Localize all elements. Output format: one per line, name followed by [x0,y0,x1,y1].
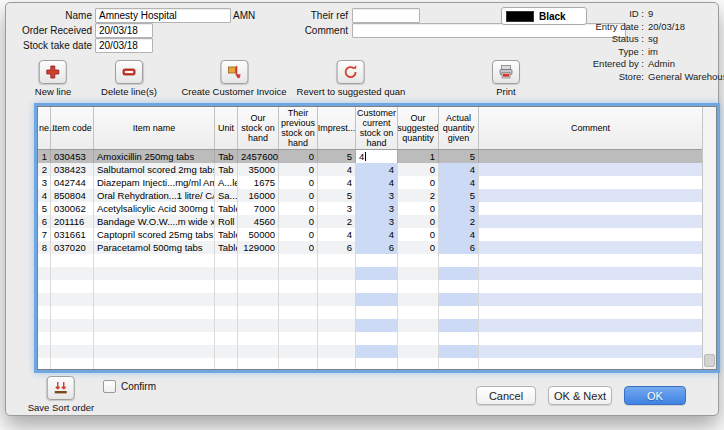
confirm-checkbox-group[interactable]: Confirm [103,380,156,393]
cell-customer-current-stock[interactable] [356,358,398,369]
their-ref-input[interactable] [352,8,420,23]
table-row[interactable]: 5030062Acetylsalicylic Acid 300mg tabsTa… [38,202,703,215]
cell-comment[interactable] [479,150,703,163]
table-row[interactable]: 2038423Salbutamol scored 2mg tabsTab3500… [38,163,703,176]
cell-customer-current-stock[interactable]: 6 [356,241,398,254]
col-header-unit[interactable]: Unit [215,107,238,149]
col-header-item-name[interactable]: Item name [94,107,215,149]
cell-customer-current-stock[interactable] [356,319,398,332]
cell-actual-quantity-given[interactable] [439,306,479,319]
order-received-input[interactable] [95,23,153,38]
cell-actual-quantity-given[interactable]: 4 [439,228,479,241]
cell-actual-quantity-given[interactable] [439,280,479,293]
cancel-button[interactable]: Cancel [476,386,536,405]
cell-customer-current-stock[interactable] [356,345,398,358]
col-header-customer-current-stock[interactable]: Customer current stock on hand [356,107,398,149]
cell-customer-current-stock[interactable]: 4 [356,228,398,241]
cell-comment[interactable] [479,267,703,280]
vertical-scrollbar[interactable] [702,107,716,369]
col-header-their-previous-stock[interactable]: Their previous stock on hand [279,107,318,149]
delete-lines-button[interactable]: Delete line(s) [101,60,157,97]
name-input[interactable] [95,8,231,23]
cell-comment[interactable] [479,176,703,189]
cell-comment[interactable] [479,254,703,267]
cell-comment[interactable] [479,163,703,176]
table-row[interactable]: 3042744Diazepam Injecti...mg/ml Amp/2mlA… [38,176,703,189]
cell-actual-quantity-given[interactable] [439,358,479,369]
cell-line: 5 [38,202,51,215]
table-row[interactable]: 1030453Amoxicillin 250mg tabsTab24576000… [38,150,703,163]
col-header-our-stock-on-hand[interactable]: Our stock on hand [238,107,279,149]
cell-comment[interactable] [479,345,703,358]
store-label: Store: [526,71,644,82]
col-header-actual-quantity-given[interactable]: Actual quantity given [439,107,479,149]
print-button[interactable]: Print [492,60,520,97]
ok-next-button[interactable]: OK & Next [548,386,612,405]
cell-actual-quantity-given[interactable] [439,254,479,267]
type-label: Type : [526,46,644,57]
cell-actual-quantity-given[interactable]: 3 [439,202,479,215]
cell-our-stock-on-hand [238,358,279,369]
cell-customer-current-stock[interactable]: 3 [356,189,398,202]
cell-comment[interactable] [479,241,703,254]
cell-actual-quantity-given[interactable] [439,293,479,306]
cell-customer-current-stock[interactable]: 4 [356,176,398,189]
confirm-checkbox[interactable] [103,380,116,393]
col-header-item-code[interactable]: Item code [51,107,94,149]
col-header-imprest[interactable]: Imprest... [318,107,356,149]
cell-customer-current-stock[interactable] [356,280,398,293]
cell-their-previous-stock: 0 [279,176,318,189]
new-line-button[interactable]: New line [35,60,71,97]
cell-comment[interactable] [479,306,703,319]
cell-unit: Roll [215,215,238,228]
cell-customer-current-stock[interactable] [356,332,398,345]
cell-customer-current-stock[interactable] [356,293,398,306]
cell-customer-current-stock[interactable]: 3 [356,215,398,228]
ok-button[interactable]: OK [624,386,686,405]
save-sort-order-button[interactable]: Save Sort order [28,376,95,413]
cell-comment[interactable] [479,280,703,293]
cell-item-name: Diazepam Injecti...mg/ml Amp/2ml [94,176,215,189]
cell-actual-quantity-given[interactable] [439,267,479,280]
revert-to-suggested-button[interactable]: Revert to suggested quan [297,60,406,97]
cell-actual-quantity-given[interactable]: 4 [439,176,479,189]
table-row[interactable]: 7031661Captopril scored 25mg tabsTablet5… [38,228,703,241]
cell-comment[interactable] [479,189,703,202]
cell-item-code [51,306,94,319]
cell-actual-quantity-given[interactable] [439,319,479,332]
cell-line [38,358,51,369]
cell-customer-current-stock[interactable] [356,254,398,267]
cell-actual-quantity-given[interactable]: 5 [439,150,479,163]
cell-comment[interactable] [479,358,703,369]
cell-comment[interactable] [479,202,703,215]
cell-actual-quantity-given[interactable]: 2 [439,215,479,228]
cell-comment[interactable] [479,215,703,228]
cell-customer-current-stock[interactable]: 3 [356,202,398,215]
table-row[interactable]: 4850804Oral Rehydration...1 litre/ CAR-1… [38,189,703,202]
cell-customer-current-stock[interactable]: 4 [356,150,398,163]
cell-customer-current-stock[interactable] [356,267,398,280]
cell-item-code [51,280,94,293]
cell-actual-quantity-given[interactable] [439,332,479,345]
cell-customer-current-stock[interactable]: 4 [356,163,398,176]
scrollbar-thumb[interactable] [704,354,715,367]
col-header-line[interactable]: ne... [38,107,51,149]
cell-line: 7 [38,228,51,241]
table-row[interactable]: 8037020Paracetamol 500mg tabsTablet12900… [38,241,703,254]
cell-actual-quantity-given[interactable]: 6 [439,241,479,254]
col-header-comment[interactable]: Comment [479,107,703,149]
create-customer-invoice-button[interactable]: Create Customer Invoice [181,60,286,97]
cell-comment[interactable] [479,228,703,241]
table-row[interactable]: 6201116Bandage W.O.W....m wide x 5m roll… [38,215,703,228]
col-header-our-suggested-quantity[interactable]: Our suggested quantity [398,107,439,149]
cell-actual-quantity-given[interactable]: 4 [439,163,479,176]
cell-customer-current-stock[interactable] [356,306,398,319]
cell-comment[interactable] [479,293,703,306]
cell-actual-quantity-given[interactable] [439,345,479,358]
cell-actual-quantity-given[interactable]: 5 [439,189,479,202]
cell-line: 2 [38,163,51,176]
cell-comment[interactable] [479,319,703,332]
stock-take-date-input[interactable] [95,38,153,53]
sort-arrows-icon [53,380,69,396]
cell-comment[interactable] [479,332,703,345]
